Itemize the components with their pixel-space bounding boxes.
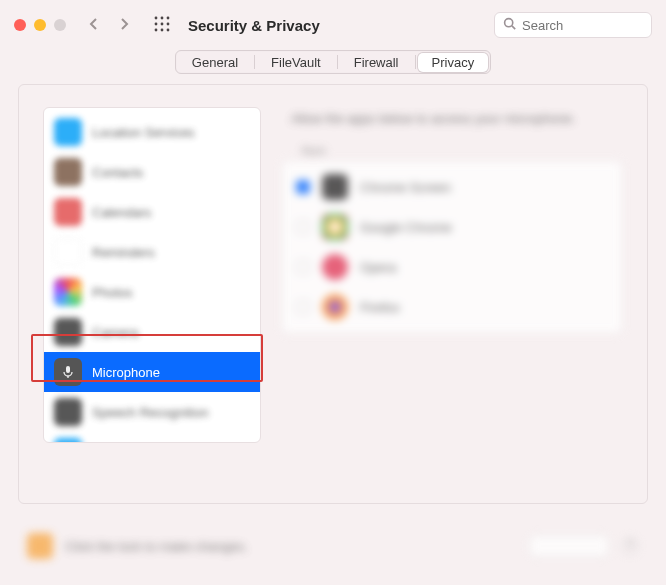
- app-row[interactable]: Google Chrome: [282, 207, 622, 247]
- app-checkbox[interactable]: [296, 180, 310, 194]
- back-button[interactable]: [86, 16, 102, 35]
- sidebar-item-label: Microphone: [92, 365, 160, 380]
- sidebar-item-calendars[interactable]: Calendars: [44, 192, 260, 232]
- contacts-icon: [54, 158, 82, 186]
- window-controls: [14, 19, 66, 31]
- accessibility-icon: [54, 438, 82, 443]
- sidebar-item-camera[interactable]: Camera: [44, 312, 260, 352]
- sidebar-item-label: Photos: [92, 285, 132, 300]
- tab-privacy[interactable]: Privacy: [418, 53, 489, 72]
- calendars-icon: [54, 198, 82, 226]
- help-button[interactable]: ?: [621, 537, 639, 555]
- sidebar-item-accessibility[interactable]: Accessibility: [44, 432, 260, 443]
- svg-point-2: [167, 16, 170, 19]
- tab-bar: General FileVault Firewall Privacy: [175, 50, 491, 74]
- svg-point-0: [155, 16, 158, 19]
- svg-point-1: [161, 16, 164, 19]
- svg-point-5: [167, 22, 170, 25]
- sidebar-item-label: Camera: [92, 325, 138, 340]
- sidebar-item-label: Location Services: [92, 125, 195, 140]
- sidebar-item-label: Calendars: [92, 205, 151, 220]
- sidebar-item-label: Reminders: [92, 245, 155, 260]
- lock-icon[interactable]: [27, 533, 53, 559]
- app-icon: [322, 174, 348, 200]
- tab-filevault[interactable]: FileVault: [257, 53, 335, 72]
- app-row[interactable]: Chrome Screen: [282, 167, 622, 207]
- sidebar-item-label: Speech Recognition: [92, 405, 208, 420]
- detail-header: Allow the apps below to access your micr…: [291, 111, 623, 126]
- zoom-window-button[interactable]: [54, 19, 66, 31]
- svg-line-10: [512, 26, 515, 29]
- app-checkbox[interactable]: [296, 260, 310, 274]
- reminders-icon: [54, 238, 82, 266]
- svg-point-7: [161, 28, 164, 31]
- sidebar-item-microphone[interactable]: Microphone: [44, 352, 260, 392]
- sidebar-item-label: Contacts: [92, 165, 143, 180]
- svg-point-8: [167, 28, 170, 31]
- window-title: Security & Privacy: [188, 17, 320, 34]
- microphone-icon: [54, 358, 82, 386]
- sidebar-item-location[interactable]: Location Services: [44, 112, 260, 152]
- app-checkbox[interactable]: [296, 300, 310, 314]
- search-field[interactable]: [494, 12, 652, 38]
- category-label: Apps: [301, 144, 623, 156]
- footer-row: Click the lock to make changes. ?: [19, 533, 647, 559]
- app-row[interactable]: Opera: [282, 247, 622, 287]
- app-checkbox[interactable]: [296, 220, 310, 234]
- app-name: Chrome Screen: [360, 180, 451, 195]
- sidebar-item-photos[interactable]: Photos: [44, 272, 260, 312]
- svg-point-3: [155, 22, 158, 25]
- photos-icon: [54, 278, 82, 306]
- detail-pane: Allow the apps below to access your micr…: [281, 107, 623, 443]
- tab-general[interactable]: General: [178, 53, 252, 72]
- prefs-panel: Location Services Contacts Calendars Rem…: [18, 84, 648, 504]
- svg-rect-11: [66, 366, 70, 373]
- svg-point-4: [161, 22, 164, 25]
- app-icon: [322, 294, 348, 320]
- app-name: Google Chrome: [360, 220, 452, 235]
- svg-point-6: [155, 28, 158, 31]
- close-window-button[interactable]: [14, 19, 26, 31]
- app-icon: [322, 254, 348, 280]
- app-name: Opera: [360, 260, 396, 275]
- search-input[interactable]: [522, 18, 643, 33]
- app-row[interactable]: Firefox: [282, 287, 622, 327]
- advanced-button[interactable]: [529, 535, 609, 557]
- location-icon: [54, 118, 82, 146]
- sidebar-item-reminders[interactable]: Reminders: [44, 232, 260, 272]
- tab-firewall[interactable]: Firewall: [340, 53, 413, 72]
- speech-icon: [54, 398, 82, 426]
- show-all-prefs-button[interactable]: [154, 16, 170, 35]
- app-list: Chrome Screen Google Chrome Opera Firefo…: [281, 160, 623, 334]
- privacy-sidebar: Location Services Contacts Calendars Rem…: [43, 107, 261, 443]
- app-name: Firefox: [360, 300, 400, 315]
- forward-button[interactable]: [116, 16, 132, 35]
- svg-point-9: [505, 19, 513, 27]
- lock-text: Click the lock to make changes.: [65, 539, 517, 554]
- sidebar-item-contacts[interactable]: Contacts: [44, 152, 260, 192]
- app-icon: [322, 214, 348, 240]
- minimize-window-button[interactable]: [34, 19, 46, 31]
- sidebar-item-speech[interactable]: Speech Recognition: [44, 392, 260, 432]
- toolbar: Security & Privacy: [0, 0, 666, 50]
- search-icon: [503, 17, 516, 33]
- camera-icon: [54, 318, 82, 346]
